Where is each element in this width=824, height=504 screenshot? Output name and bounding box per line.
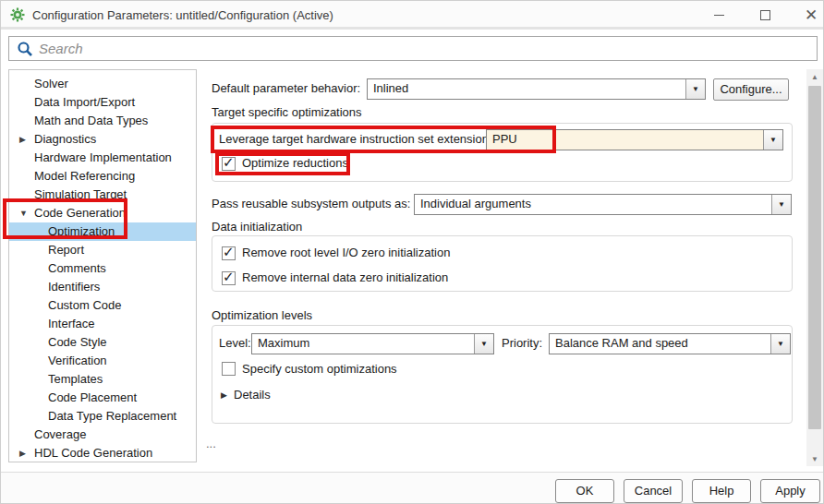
- default-parameter-behavior-dropdown[interactable]: Inlined ▼: [367, 78, 706, 100]
- vertical-scrollbar[interactable]: ▲ ▼: [806, 69, 823, 466]
- search-input[interactable]: [39, 37, 817, 60]
- window-title: Configuration Parameters: untitled/Confi…: [32, 8, 333, 22]
- leverage-extensions-label: Leverage target hardware instruction set…: [219, 129, 498, 150]
- cancel-button[interactable]: Cancel: [624, 479, 683, 503]
- sidebar-item-hardware-implementation[interactable]: Hardware Implementation: [9, 149, 196, 167]
- scroll-up-icon[interactable]: ▲: [806, 69, 823, 84]
- maximize-button[interactable]: [749, 4, 781, 27]
- details-expander-icon[interactable]: ▶: [221, 390, 227, 400]
- checkmark-icon: ✓: [223, 244, 235, 260]
- sidebar-item-diagnostics[interactable]: ▶Diagnostics: [9, 130, 196, 149]
- search-icon: [17, 41, 33, 57]
- level-label: Level:: [219, 333, 251, 354]
- footer-bar: OK Cancel Help Apply: [1, 472, 824, 504]
- checkmark-icon: ✓: [223, 154, 235, 171]
- scrollbar-thumb[interactable]: [808, 86, 821, 429]
- level-dropdown[interactable]: Maximum ▼: [251, 333, 494, 354]
- optimize-reductions-checkbox[interactable]: ✓: [222, 157, 236, 171]
- priority-label: Priority:: [502, 333, 542, 354]
- sidebar-item-custom-code[interactable]: Custom Code: [9, 296, 196, 315]
- priority-dropdown[interactable]: Balance RAM and speed ▼: [549, 333, 791, 354]
- overflow-ellipsis: ...: [206, 437, 216, 450]
- close-icon: ✕: [805, 6, 818, 25]
- sidebar-item-interface[interactable]: Interface: [9, 315, 196, 333]
- sidebar-item-code-generation[interactable]: ▼Code Generation: [9, 204, 196, 222]
- remove-internal-data-label: Remove internal data zero initialization: [242, 269, 448, 287]
- collapsed-arrow-icon[interactable]: ▶: [19, 444, 26, 462]
- gear-icon: [10, 7, 25, 22]
- scroll-down-icon[interactable]: ▼: [806, 451, 823, 466]
- help-button[interactable]: Help: [692, 479, 751, 503]
- data-initialization-title: Data initialization: [212, 219, 302, 235]
- apply-button[interactable]: Apply: [760, 479, 820, 503]
- chevron-down-icon[interactable]: ▼: [474, 334, 493, 354]
- target-specific-optimizations-title: Target specific optimizations: [212, 104, 362, 121]
- remove-root-io-checkbox[interactable]: ✓: [222, 246, 236, 260]
- optimization-levels-title: Optimization levels: [212, 307, 312, 324]
- expanded-arrow-icon[interactable]: ▼: [19, 204, 28, 222]
- chevron-down-icon[interactable]: ▼: [685, 79, 705, 99]
- optimize-reductions-label: Optimize reductions: [242, 154, 348, 173]
- sidebar-item-comments[interactable]: Comments: [9, 259, 196, 278]
- sidebar-item-code-style[interactable]: Code Style: [9, 333, 196, 352]
- sidebar-item-data-import-export[interactable]: Data Import/Export: [9, 93, 196, 112]
- leverage-extensions-dropdown[interactable]: PPU ▼: [486, 129, 783, 150]
- configure-button[interactable]: Configure...: [713, 78, 789, 101]
- chevron-down-icon[interactable]: ▼: [763, 130, 782, 150]
- sidebar-item-identifiers[interactable]: Identifiers: [9, 278, 196, 296]
- maximize-icon: [760, 10, 770, 20]
- sidebar-item-model-referencing[interactable]: Model Referencing: [9, 167, 196, 186]
- chevron-down-icon[interactable]: ▼: [770, 334, 790, 354]
- title-bar: Configuration Parameters: untitled/Confi…: [1, 1, 824, 30]
- ok-button[interactable]: OK: [555, 479, 614, 503]
- sidebar-item-optimization[interactable]: Optimization: [9, 222, 196, 241]
- specify-custom-optimizations-label: Specify custom optimizations: [242, 360, 397, 378]
- sidebar-item-templates[interactable]: Templates: [9, 370, 196, 389]
- pass-reusable-label: Pass reusable subsystem outputs as:: [212, 194, 410, 214]
- details-label[interactable]: Details: [234, 386, 271, 404]
- collapsed-arrow-icon[interactable]: ▶: [19, 130, 26, 149]
- sidebar-tree: Solver Data Import/Export Math and Data …: [8, 69, 197, 462]
- sidebar-item-verification[interactable]: Verification: [9, 352, 196, 370]
- sidebar-item-data-type-replacement[interactable]: Data Type Replacement: [9, 407, 196, 426]
- sidebar-item-code-placement[interactable]: Code Placement: [9, 389, 196, 407]
- sidebar-item-solver[interactable]: Solver: [9, 75, 196, 93]
- sidebar-item-simulation-target[interactable]: Simulation Target: [9, 186, 196, 204]
- remove-internal-data-checkbox[interactable]: ✓: [222, 271, 236, 285]
- sidebar-item-coverage[interactable]: Coverage: [9, 426, 196, 444]
- sidebar-item-report[interactable]: Report: [9, 241, 196, 259]
- chevron-down-icon[interactable]: ▼: [771, 195, 791, 214]
- search-box[interactable]: [8, 36, 818, 61]
- remove-root-io-label: Remove root level I/O zero initializatio…: [242, 244, 450, 262]
- pass-reusable-dropdown[interactable]: Individual arguments ▼: [414, 194, 792, 215]
- sidebar-item-hdl-code-generation[interactable]: ▶HDL Code Generation: [9, 444, 196, 462]
- sidebar-item-math-and-data-types[interactable]: Math and Data Types: [9, 112, 196, 130]
- specify-custom-optimizations-checkbox[interactable]: ✓: [222, 362, 236, 376]
- configuration-parameters-window: Configuration Parameters: untitled/Confi…: [0, 0, 824, 504]
- minimize-button[interactable]: [703, 4, 734, 27]
- minimize-icon: [714, 15, 724, 16]
- close-button[interactable]: ✕: [795, 4, 824, 27]
- checkmark-icon: ✓: [223, 269, 235, 285]
- default-parameter-behavior-label: Default parameter behavior:: [212, 78, 360, 99]
